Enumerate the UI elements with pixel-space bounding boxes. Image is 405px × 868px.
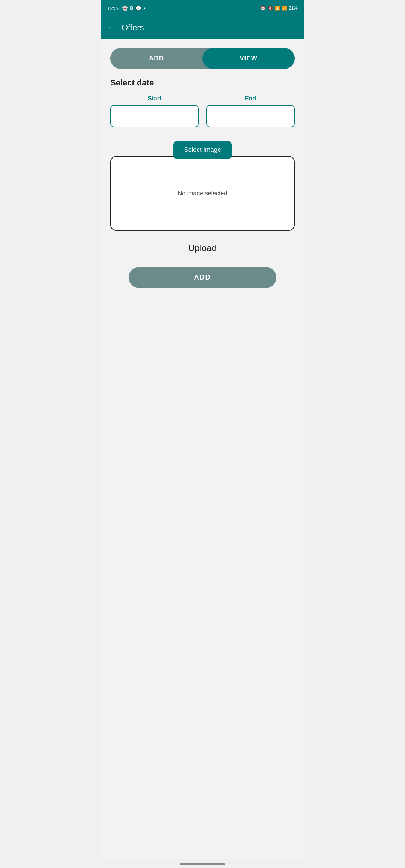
start-date-field: Start: [110, 95, 199, 127]
end-date-input[interactable]: [206, 105, 295, 127]
status-bar: 12:29 👻 B 💬 • ⏰ 🔇 📶 📶 21%: [101, 0, 304, 16]
signal-icon: 📶: [282, 6, 287, 11]
whatsapp-icon: 💬: [135, 6, 141, 11]
end-date-field: End: [206, 95, 295, 127]
select-image-section: Select Image No image selected: [110, 141, 295, 231]
status-bar-left: 12:29 👻 B 💬 •: [107, 6, 146, 11]
mute-icon: 🔇: [267, 6, 273, 11]
home-indicator: [101, 859, 304, 868]
tab-toggle: ADD VIEW: [110, 48, 295, 69]
wifi-icon: 📶: [274, 6, 280, 11]
start-date-input[interactable]: [110, 105, 199, 127]
alarm-icon: ⏰: [260, 6, 266, 11]
tab-view[interactable]: VIEW: [202, 48, 295, 69]
main-content: ADD VIEW Select date Start End Select Im…: [101, 39, 304, 859]
add-button[interactable]: ADD: [129, 267, 276, 288]
upload-label: Upload: [110, 243, 295, 253]
date-row: Start End: [110, 95, 295, 127]
section-title: Select date: [110, 78, 295, 88]
start-label: Start: [148, 95, 161, 102]
b-icon: B: [130, 6, 134, 11]
end-label: End: [245, 95, 256, 102]
dot-indicator: •: [144, 6, 146, 11]
app-bar: ← Offers: [101, 16, 304, 39]
select-image-button[interactable]: Select Image: [173, 141, 231, 159]
battery: 21%: [289, 6, 298, 11]
tab-add[interactable]: ADD: [110, 48, 202, 69]
time: 12:29: [107, 6, 120, 11]
snapchat-icon: 👻: [122, 6, 128, 11]
status-bar-right: ⏰ 🔇 📶 📶 21%: [260, 6, 298, 11]
image-preview-box: No image selected: [110, 156, 295, 231]
no-image-text: No image selected: [178, 190, 228, 197]
page-title: Offers: [122, 23, 144, 33]
back-button[interactable]: ←: [107, 23, 116, 33]
home-bar: [180, 863, 225, 865]
